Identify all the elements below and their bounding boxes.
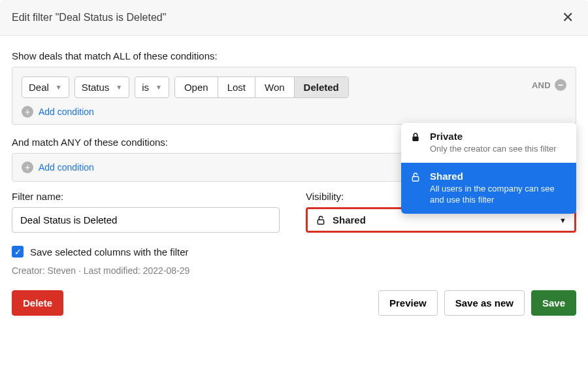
save-columns-row: ✓ Save selected columns with the filter (12, 246, 576, 258)
attribute-select[interactable]: Status ▼ (74, 76, 129, 98)
unlock-icon (316, 215, 326, 226)
status-option-open[interactable]: Open (175, 77, 218, 97)
all-conditions-label: Show deals that match ALL of these condi… (12, 50, 576, 61)
chevron-down-icon: ▼ (559, 216, 566, 224)
add-condition-label: Add condition (39, 162, 94, 173)
status-option-deleted[interactable]: Deleted (295, 77, 348, 97)
filter-name-col: Filter name: (12, 191, 282, 233)
visibility-option-body: Shared All users in the company can see … (430, 171, 567, 206)
modal-footer: Delete Preview Save as new Save (0, 284, 588, 325)
save-button[interactable]: Save (531, 290, 576, 316)
close-button[interactable]: ✕ (559, 8, 576, 27)
add-condition-all[interactable]: + Add condition (22, 106, 566, 118)
plus-icon: + (22, 161, 33, 173)
all-conditions-box: Deal ▼ Status ▼ is ▼ Open Lost Won Delet… (12, 67, 576, 125)
minus-icon: − (558, 80, 563, 90)
add-condition-label: Add condition (39, 107, 94, 117)
svg-rect-2 (412, 176, 418, 181)
condition-join: AND − (532, 79, 566, 91)
chevron-down-icon: ▼ (56, 84, 62, 91)
status-option-lost[interactable]: Lost (218, 77, 255, 97)
modal-title: Edit filter "Deal Status is Deleted" (12, 12, 166, 24)
option-desc: All users in the company can see and use… (430, 183, 567, 206)
field-select[interactable]: Deal ▼ (22, 76, 69, 98)
save-columns-checkbox[interactable]: ✓ (12, 246, 24, 258)
svg-rect-0 (318, 220, 323, 224)
lock-icon (410, 132, 422, 142)
visibility-option-shared[interactable]: Shared All users in the company can see … (401, 163, 576, 214)
option-title: Shared (430, 171, 567, 182)
operator-select[interactable]: is ▼ (135, 76, 169, 98)
visibility-dropdown: Private Only the creator can see this fi… (401, 123, 576, 214)
save-as-new-button[interactable]: Save as new (444, 290, 525, 316)
unlock-icon (410, 172, 422, 182)
check-icon: ✓ (14, 247, 22, 257)
operator-select-value: is (142, 82, 149, 93)
attribute-select-value: Status (82, 82, 110, 93)
preview-button[interactable]: Preview (378, 290, 438, 316)
visibility-option-body: Private Only the creator can see this fi… (430, 131, 557, 155)
visibility-option-private[interactable]: Private Only the creator can see this fi… (401, 123, 576, 163)
filter-name-input[interactable] (12, 207, 280, 233)
option-desc: Only the creator can see this filter (430, 143, 557, 155)
field-select-value: Deal (29, 82, 49, 93)
chevron-down-icon: ▼ (155, 84, 162, 91)
svg-rect-1 (412, 137, 418, 141)
condition-row: Deal ▼ Status ▼ is ▼ Open Lost Won Delet… (22, 76, 566, 98)
filter-name-label: Filter name: (12, 191, 282, 202)
filter-meta: Creator: Steven · Last modified: 2022-08… (12, 265, 576, 276)
delete-button[interactable]: Delete (12, 290, 63, 316)
footer-right: Preview Save as new Save (378, 290, 576, 316)
visibility-selected: Shared (333, 214, 366, 226)
remove-condition-button[interactable]: − (555, 79, 566, 91)
status-option-won[interactable]: Won (255, 77, 295, 97)
modal-header: Edit filter "Deal Status is Deleted" ✕ (0, 0, 588, 36)
plus-icon: + (22, 106, 33, 118)
status-value-group: Open Lost Won Deleted (174, 76, 349, 98)
join-label: AND (532, 80, 551, 90)
chevron-down-icon: ▼ (116, 84, 122, 91)
option-title: Private (430, 131, 557, 142)
close-icon: ✕ (562, 9, 574, 25)
save-columns-label: Save selected columns with the filter (30, 246, 189, 258)
